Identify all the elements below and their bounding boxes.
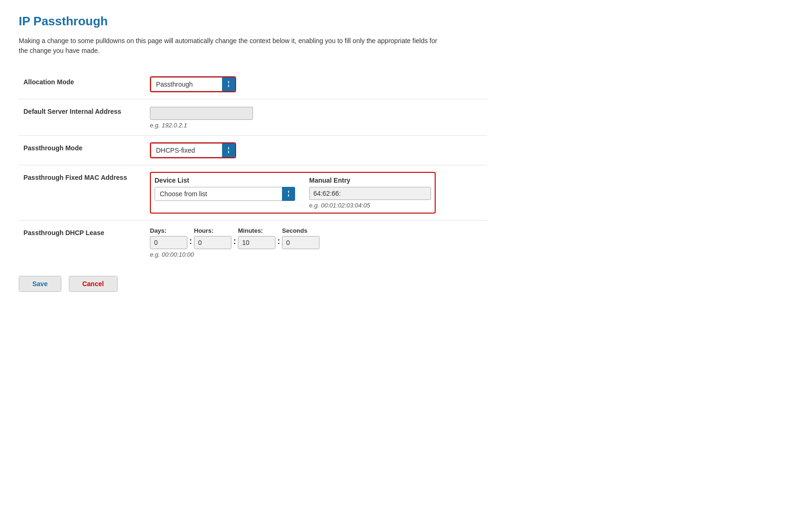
passthrough-fixed-mac-label: Passthrough Fixed MAC Address — [23, 174, 127, 181]
default-server-input[interactable] — [150, 107, 253, 120]
passthrough-fixed-mac-section: Device List Choose from list Manual Entr… — [150, 172, 436, 214]
device-list-select-wrapper: Choose from list — [155, 187, 295, 201]
seconds-input[interactable] — [282, 236, 319, 249]
allocation-mode-label: Allocation Mode — [23, 78, 74, 86]
manual-entry-input[interactable] — [309, 187, 431, 200]
save-button[interactable]: Save — [19, 276, 61, 292]
minutes-input[interactable] — [238, 236, 275, 249]
default-server-hint: e.g. 192.0.2.1 — [150, 122, 482, 129]
page-description: Making a change to some pulldowns on thi… — [19, 36, 440, 56]
days-input[interactable] — [150, 236, 187, 249]
dhcp-lease-hint: e.g. 00:00:10:00 — [150, 251, 482, 258]
dhcp-lease-label: Passthrough DHCP Lease — [23, 229, 104, 236]
manual-entry-header: Manual Entry — [309, 177, 431, 184]
days-label: Days: — [150, 227, 166, 234]
device-list-select[interactable]: Choose from list — [155, 187, 295, 201]
colon-3: : — [277, 236, 280, 249]
allocation-mode-select[interactable]: Passthrough Not Configured — [151, 77, 235, 91]
seconds-label: Seconds — [282, 227, 307, 234]
hours-input[interactable] — [194, 236, 231, 249]
default-server-label: Default Server Internal Address — [23, 108, 121, 115]
colon-2: : — [233, 236, 236, 249]
page-title: IP Passthrough — [19, 14, 767, 29]
cancel-button[interactable]: Cancel — [69, 276, 118, 292]
passthrough-mode-select-wrapper: DHCPS-fixed DHCPS-dynamic PPPoE — [151, 143, 235, 157]
manual-entry-hint: e.g. 00:01:02:03:04:05 — [309, 202, 431, 209]
passthrough-mode-label: Passthrough Mode — [23, 144, 82, 152]
device-list-header: Device List — [155, 177, 295, 184]
allocation-mode-select-wrapper: Passthrough Not Configured — [151, 77, 235, 91]
colon-1: : — [189, 236, 192, 249]
hours-label: Hours: — [194, 227, 214, 234]
passthrough-mode-select[interactable]: DHCPS-fixed DHCPS-dynamic PPPoE — [151, 143, 235, 157]
minutes-label: Minutes: — [238, 227, 263, 234]
